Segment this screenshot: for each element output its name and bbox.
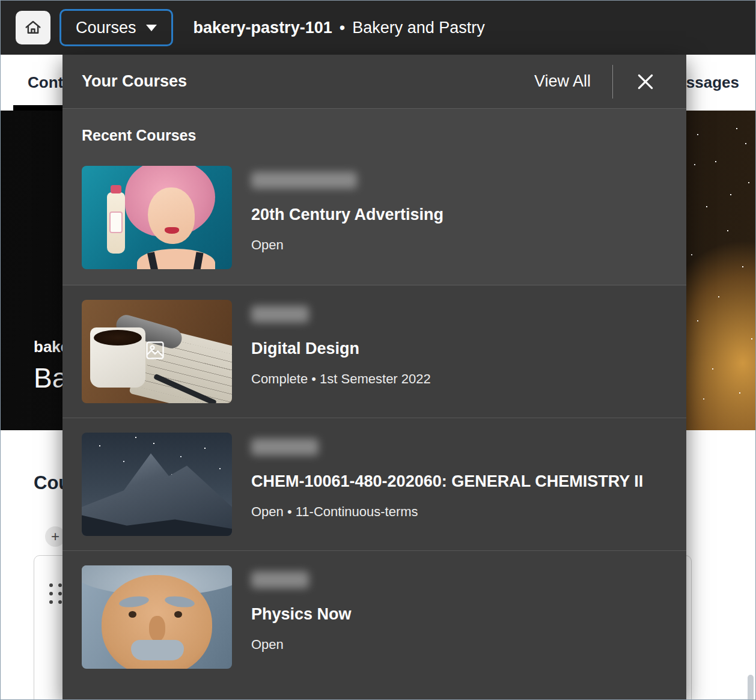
breadcrumb-course-id: bakery-pastry-101 [194, 19, 332, 37]
courses-menu-button[interactable]: Courses [59, 9, 173, 46]
course-info: CHEM-10061-480-202060: GENERAL CHEMISTRY… [251, 433, 643, 520]
course-thumbnail-chemistry [82, 433, 232, 536]
course-thumbnail-advertising [82, 166, 232, 269]
home-icon [24, 19, 42, 37]
close-icon [636, 72, 655, 91]
panel-body: Recent Courses 20th Century Advertising … [62, 109, 686, 683]
image-placeholder-icon [144, 339, 166, 361]
course-thumbnail-physics [82, 565, 232, 669]
recent-courses-heading: Recent Courses [82, 127, 667, 144]
course-row[interactable]: CHEM-10061-480-202060: GENERAL CHEMISTRY… [62, 418, 686, 551]
course-title: Physics Now [251, 605, 352, 624]
home-button[interactable] [16, 11, 50, 44]
course-info: 20th Century Advertising Open [251, 166, 444, 253]
courses-dropdown-panel: Your Courses View All Recent Courses [62, 55, 686, 700]
course-info: Digital Design Complete • 1st Semester 2… [251, 300, 431, 387]
plus-icon: + [51, 528, 59, 545]
blurred-course-id [251, 439, 319, 455]
course-row[interactable]: Digital Design Complete • 1st Semester 2… [62, 285, 686, 418]
breadcrumb-course-name: Bakery and Pastry [352, 19, 485, 37]
course-info: Physics Now Open [251, 565, 352, 653]
course-status: Open [251, 637, 352, 653]
panel-header: Your Courses View All [62, 55, 686, 109]
course-status: Open • 11-Continuous-terms [251, 504, 643, 520]
blurred-course-id [251, 306, 309, 323]
course-title: CHEM-10061-480-202060: GENERAL CHEMISTRY… [251, 472, 643, 491]
course-title: Digital Design [251, 339, 431, 358]
chevron-down-icon [146, 25, 157, 31]
breadcrumb-separator: • [340, 19, 345, 37]
scrollbar-thumb[interactable] [748, 675, 754, 700]
courses-button-label: Courses [76, 19, 136, 37]
course-status: Complete • 1st Semester 2022 [251, 371, 431, 387]
course-row[interactable]: 20th Century Advertising Open [82, 166, 667, 285]
top-navigation-bar: Courses bakery-pastry-101 • Bakery and P… [1, 1, 755, 55]
header-divider [612, 65, 613, 99]
course-thumbnail-digital-design [82, 300, 232, 403]
blurred-course-id [251, 571, 309, 588]
course-row[interactable]: Physics Now Open [62, 551, 686, 683]
course-status: Open [251, 237, 444, 253]
breadcrumb: bakery-pastry-101 • Bakery and Pastry [194, 19, 485, 37]
drag-handle-icon[interactable] [49, 583, 62, 604]
blurred-course-id [251, 172, 357, 189]
panel-title: Your Courses [82, 72, 534, 91]
course-title: 20th Century Advertising [251, 205, 444, 224]
recent-courses-section: Recent Courses 20th Century Advertising … [62, 109, 686, 285]
close-button[interactable] [631, 67, 660, 96]
view-all-link[interactable]: View All [534, 72, 591, 91]
